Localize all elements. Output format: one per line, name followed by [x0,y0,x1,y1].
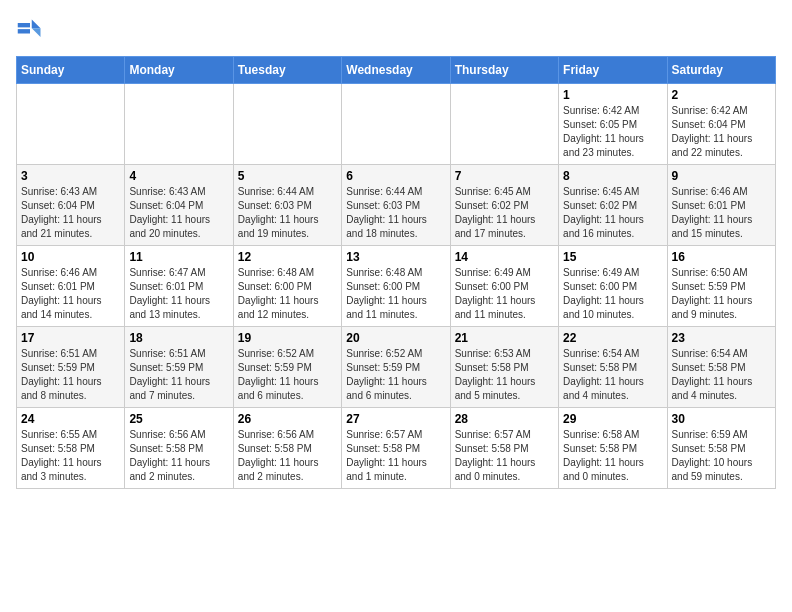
day-number: 26 [238,412,337,426]
day-info: Sunrise: 6:51 AM Sunset: 5:59 PM Dayligh… [21,347,120,403]
calendar-cell: 5Sunrise: 6:44 AM Sunset: 6:03 PM Daylig… [233,165,341,246]
calendar-cell: 12Sunrise: 6:48 AM Sunset: 6:00 PM Dayli… [233,246,341,327]
day-info: Sunrise: 6:43 AM Sunset: 6:04 PM Dayligh… [129,185,228,241]
day-info: Sunrise: 6:46 AM Sunset: 6:01 PM Dayligh… [21,266,120,322]
calendar-cell: 13Sunrise: 6:48 AM Sunset: 6:00 PM Dayli… [342,246,450,327]
day-info: Sunrise: 6:54 AM Sunset: 5:58 PM Dayligh… [563,347,662,403]
day-info: Sunrise: 6:53 AM Sunset: 5:58 PM Dayligh… [455,347,554,403]
calendar-cell: 15Sunrise: 6:49 AM Sunset: 6:00 PM Dayli… [559,246,667,327]
day-number: 11 [129,250,228,264]
day-number: 19 [238,331,337,345]
day-number: 16 [672,250,771,264]
day-info: Sunrise: 6:55 AM Sunset: 5:58 PM Dayligh… [21,428,120,484]
day-info: Sunrise: 6:45 AM Sunset: 6:02 PM Dayligh… [455,185,554,241]
day-of-week-header: Saturday [667,57,775,84]
calendar-cell: 2Sunrise: 6:42 AM Sunset: 6:04 PM Daylig… [667,84,775,165]
day-info: Sunrise: 6:47 AM Sunset: 6:01 PM Dayligh… [129,266,228,322]
calendar-cell [233,84,341,165]
calendar-cell: 26Sunrise: 6:56 AM Sunset: 5:58 PM Dayli… [233,408,341,489]
calendar-cell: 4Sunrise: 6:43 AM Sunset: 6:04 PM Daylig… [125,165,233,246]
day-number: 2 [672,88,771,102]
day-number: 21 [455,331,554,345]
svg-rect-4 [18,29,30,33]
calendar-cell: 22Sunrise: 6:54 AM Sunset: 5:58 PM Dayli… [559,327,667,408]
day-of-week-header: Wednesday [342,57,450,84]
calendar-cell: 20Sunrise: 6:52 AM Sunset: 5:59 PM Dayli… [342,327,450,408]
day-of-week-header: Friday [559,57,667,84]
day-info: Sunrise: 6:42 AM Sunset: 6:04 PM Dayligh… [672,104,771,160]
calendar-cell: 21Sunrise: 6:53 AM Sunset: 5:58 PM Dayli… [450,327,558,408]
day-number: 20 [346,331,445,345]
day-number: 12 [238,250,337,264]
calendar-cell [125,84,233,165]
calendar-cell: 11Sunrise: 6:47 AM Sunset: 6:01 PM Dayli… [125,246,233,327]
day-number: 4 [129,169,228,183]
day-number: 15 [563,250,662,264]
calendar-cell: 3Sunrise: 6:43 AM Sunset: 6:04 PM Daylig… [17,165,125,246]
svg-rect-3 [18,23,30,27]
calendar-cell: 9Sunrise: 6:46 AM Sunset: 6:01 PM Daylig… [667,165,775,246]
day-info: Sunrise: 6:44 AM Sunset: 6:03 PM Dayligh… [346,185,445,241]
day-number: 13 [346,250,445,264]
day-info: Sunrise: 6:51 AM Sunset: 5:59 PM Dayligh… [129,347,228,403]
calendar-week-row: 24Sunrise: 6:55 AM Sunset: 5:58 PM Dayli… [17,408,776,489]
logo-icon [16,16,44,44]
calendar-week-row: 17Sunrise: 6:51 AM Sunset: 5:59 PM Dayli… [17,327,776,408]
day-number: 9 [672,169,771,183]
day-number: 24 [21,412,120,426]
day-info: Sunrise: 6:52 AM Sunset: 5:59 PM Dayligh… [238,347,337,403]
calendar-header-row: SundayMondayTuesdayWednesdayThursdayFrid… [17,57,776,84]
day-of-week-header: Sunday [17,57,125,84]
day-info: Sunrise: 6:58 AM Sunset: 5:58 PM Dayligh… [563,428,662,484]
day-of-week-header: Monday [125,57,233,84]
logo [16,16,48,44]
calendar-cell: 23Sunrise: 6:54 AM Sunset: 5:58 PM Dayli… [667,327,775,408]
day-info: Sunrise: 6:52 AM Sunset: 5:59 PM Dayligh… [346,347,445,403]
day-number: 18 [129,331,228,345]
day-info: Sunrise: 6:57 AM Sunset: 5:58 PM Dayligh… [455,428,554,484]
day-info: Sunrise: 6:59 AM Sunset: 5:58 PM Dayligh… [672,428,771,484]
calendar-cell: 24Sunrise: 6:55 AM Sunset: 5:58 PM Dayli… [17,408,125,489]
calendar-cell: 17Sunrise: 6:51 AM Sunset: 5:59 PM Dayli… [17,327,125,408]
day-number: 3 [21,169,120,183]
calendar-cell: 19Sunrise: 6:52 AM Sunset: 5:59 PM Dayli… [233,327,341,408]
day-number: 10 [21,250,120,264]
day-info: Sunrise: 6:48 AM Sunset: 6:00 PM Dayligh… [346,266,445,322]
day-number: 14 [455,250,554,264]
calendar-cell: 10Sunrise: 6:46 AM Sunset: 6:01 PM Dayli… [17,246,125,327]
calendar-cell [450,84,558,165]
calendar-cell: 28Sunrise: 6:57 AM Sunset: 5:58 PM Dayli… [450,408,558,489]
day-number: 28 [455,412,554,426]
day-info: Sunrise: 6:57 AM Sunset: 5:58 PM Dayligh… [346,428,445,484]
calendar-cell: 16Sunrise: 6:50 AM Sunset: 5:59 PM Dayli… [667,246,775,327]
day-number: 5 [238,169,337,183]
calendar-week-row: 3Sunrise: 6:43 AM Sunset: 6:04 PM Daylig… [17,165,776,246]
day-info: Sunrise: 6:56 AM Sunset: 5:58 PM Dayligh… [129,428,228,484]
day-info: Sunrise: 6:48 AM Sunset: 6:00 PM Dayligh… [238,266,337,322]
day-number: 6 [346,169,445,183]
calendar-cell: 14Sunrise: 6:49 AM Sunset: 6:00 PM Dayli… [450,246,558,327]
day-of-week-header: Thursday [450,57,558,84]
calendar-cell: 6Sunrise: 6:44 AM Sunset: 6:03 PM Daylig… [342,165,450,246]
day-number: 23 [672,331,771,345]
calendar-cell: 7Sunrise: 6:45 AM Sunset: 6:02 PM Daylig… [450,165,558,246]
day-info: Sunrise: 6:46 AM Sunset: 6:01 PM Dayligh… [672,185,771,241]
day-info: Sunrise: 6:42 AM Sunset: 6:05 PM Dayligh… [563,104,662,160]
day-number: 30 [672,412,771,426]
day-number: 17 [21,331,120,345]
day-number: 22 [563,331,662,345]
calendar-cell: 25Sunrise: 6:56 AM Sunset: 5:58 PM Dayli… [125,408,233,489]
day-number: 7 [455,169,554,183]
day-number: 29 [563,412,662,426]
day-info: Sunrise: 6:43 AM Sunset: 6:04 PM Dayligh… [21,185,120,241]
day-info: Sunrise: 6:49 AM Sunset: 6:00 PM Dayligh… [563,266,662,322]
day-number: 27 [346,412,445,426]
day-info: Sunrise: 6:54 AM Sunset: 5:58 PM Dayligh… [672,347,771,403]
calendar-week-row: 10Sunrise: 6:46 AM Sunset: 6:01 PM Dayli… [17,246,776,327]
calendar-cell: 8Sunrise: 6:45 AM Sunset: 6:02 PM Daylig… [559,165,667,246]
calendar-cell [342,84,450,165]
calendar-cell: 18Sunrise: 6:51 AM Sunset: 5:59 PM Dayli… [125,327,233,408]
calendar-week-row: 1Sunrise: 6:42 AM Sunset: 6:05 PM Daylig… [17,84,776,165]
calendar-cell: 30Sunrise: 6:59 AM Sunset: 5:58 PM Dayli… [667,408,775,489]
calendar-table: SundayMondayTuesdayWednesdayThursdayFrid… [16,56,776,489]
